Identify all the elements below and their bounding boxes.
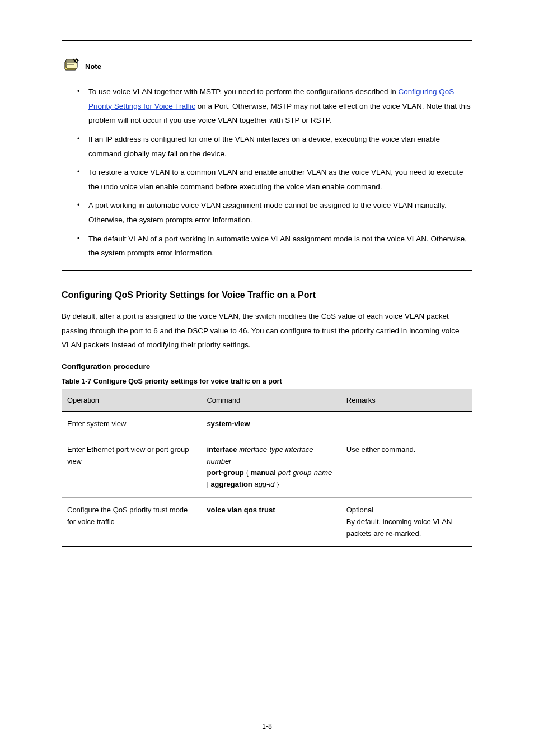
svg-rect-1 <box>66 59 77 68</box>
bullet-text: If an IP address is configured for one o… <box>88 135 440 158</box>
table-header-row: Operation Command Remarks <box>62 389 472 411</box>
table-row: Enter Ethernet port view or port group v… <box>62 437 472 497</box>
cell-operation: Enter Ethernet port view or port group v… <box>62 437 201 497</box>
subsection-heading: Configuration procedure <box>62 362 472 371</box>
cell-remarks: — <box>341 411 472 437</box>
table-caption: Table 1-7 Configure QoS priority setting… <box>62 377 472 385</box>
table-body: Enter system view system-view — Enter Et… <box>62 411 472 546</box>
note-bullet: To restore a voice VLAN to a common VLAN… <box>77 165 472 194</box>
bullet-text-pre: To use voice VLAN together with MSTP, yo… <box>88 87 399 96</box>
th-operation: Operation <box>62 389 201 411</box>
th-command: Command <box>201 389 340 411</box>
note-icon <box>62 58 81 74</box>
section-paragraph: By default, after a port is assigned to … <box>62 309 472 352</box>
note-row: Note <box>62 58 472 74</box>
bottom-rule <box>62 270 472 271</box>
cell-operation: Enter system view <box>62 411 201 437</box>
note-bullet: The default VLAN of a port working in au… <box>77 232 472 260</box>
table-row: Configure the QoS priority trust mode fo… <box>62 497 472 546</box>
cell-command: voice vlan qos trust <box>201 497 340 546</box>
table-row: Enter system view system-view — <box>62 411 472 437</box>
bullet-text: To restore a voice VLAN to a common VLAN… <box>88 168 463 191</box>
section-heading: Configuring QoS Priority Settings for Vo… <box>62 290 472 300</box>
page: Note To use voice VLAN together with MST… <box>0 0 534 756</box>
th-remarks: Remarks <box>341 389 472 411</box>
page-number: 1-8 <box>0 722 534 730</box>
cell-operation: Configure the QoS priority trust mode fo… <box>62 497 201 546</box>
note-bullet: A port working in automatic voice VLAN a… <box>77 198 472 227</box>
config-table: Operation Command Remarks Enter system v… <box>62 389 472 547</box>
bullet-text: A port working in automatic voice VLAN a… <box>88 201 447 224</box>
cell-remarks: Use either command. <box>341 437 472 497</box>
bullet-text: The default VLAN of a port working in au… <box>88 235 467 258</box>
note-bullet: If an IP address is configured for one o… <box>77 132 472 161</box>
cell-command: system-view <box>201 411 340 437</box>
top-rule <box>62 40 472 41</box>
note-label: Note <box>85 62 101 71</box>
note-bullets: To use voice VLAN together with MSTP, yo… <box>62 85 472 260</box>
note-bullet: To use voice VLAN together with MSTP, yo… <box>77 85 472 128</box>
cell-command: interface interface-type interface-numbe… <box>201 437 340 497</box>
cell-remarks: OptionalBy default, incoming voice VLAN … <box>341 497 472 546</box>
